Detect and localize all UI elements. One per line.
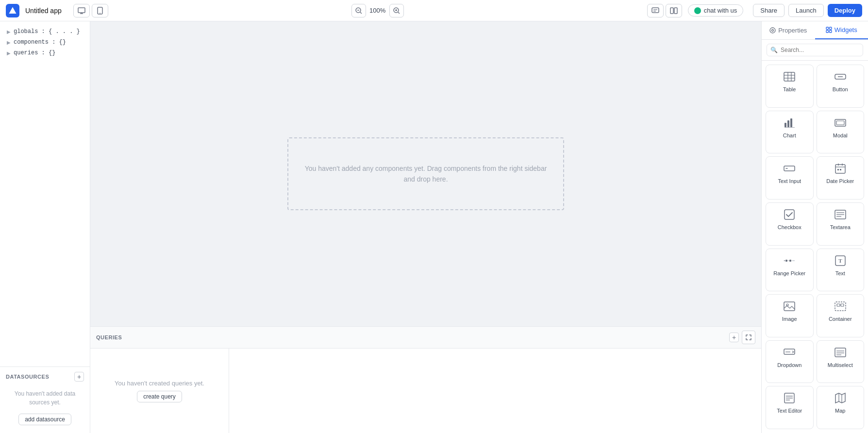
view-toggles (73, 4, 108, 17)
datasources-empty-text: You haven't added data sources yet. (6, 385, 84, 411)
svg-rect-24 (784, 72, 795, 81)
split-preview-btn[interactable] (666, 4, 682, 17)
widget-text[interactable]: T Text (817, 249, 865, 292)
svg-rect-32 (787, 120, 789, 127)
chat-btn[interactable]: chat with us (688, 4, 744, 17)
queries-body: You haven't created queries yet. create … (90, 349, 761, 433)
queries-header: QUERIES + (90, 327, 761, 349)
desktop-view-btn[interactable] (73, 4, 90, 17)
mobile-view-btn[interactable] (92, 4, 108, 17)
zoom-controls: 100% (351, 4, 404, 17)
tree-arrow-globals: ▶ (7, 29, 11, 34)
deploy-btn[interactable]: Deploy (828, 4, 862, 17)
widget-textarea[interactable]: Textarea (817, 202, 865, 246)
tree-label-components: components : {} (14, 39, 66, 46)
widget-checkbox[interactable]: Checkbox (766, 202, 814, 246)
right-search: 🔍 (762, 40, 868, 61)
widget-date-picker-label: Date Picker (826, 178, 854, 184)
expand-queries-btn[interactable] (742, 331, 755, 344)
zoom-value: 100% (368, 7, 387, 14)
tree-label-queries: queries : {} (14, 50, 55, 56)
widget-range-picker-label: Range Picker (773, 270, 805, 276)
search-wrapper: 🔍 (767, 44, 863, 56)
widget-text-editor-label: Text Editor (777, 408, 802, 414)
search-icon: 🔍 (770, 47, 778, 53)
widget-text-editor[interactable]: Text Editor (766, 386, 814, 429)
tree-arrow-queries: ▶ (7, 50, 11, 56)
add-datasource-btn[interactable]: add datasource (18, 414, 71, 425)
add-datasource-plus-btn[interactable]: + (74, 372, 84, 382)
widget-container[interactable]: Container (817, 294, 865, 337)
drop-zone[interactable]: You haven't added any components yet. Dr… (287, 137, 564, 210)
widget-table-label: Table (783, 86, 796, 92)
left-tree: ▶ globals : { . . . } ▶ components : {} … (0, 21, 90, 366)
svg-rect-13 (652, 8, 659, 13)
checkbox-icon (783, 208, 796, 221)
svg-rect-33 (790, 118, 792, 127)
launch-btn[interactable]: Launch (788, 4, 824, 17)
main-layout: ▶ globals : { . . . } ▶ components : {} … (0, 21, 868, 433)
logo-icon[interactable] (6, 4, 19, 17)
tree-arrow-components: ▶ (7, 40, 11, 45)
widget-text-input[interactable]: Text Input (766, 156, 814, 200)
widget-multiselect-label: Multiselect (828, 362, 853, 368)
canvas-top: You haven't added any components yet. Dr… (90, 21, 761, 326)
nav-actions: Share Launch Deploy (753, 4, 862, 17)
svg-point-18 (770, 28, 775, 33)
svg-point-19 (772, 30, 774, 32)
tree-item-globals[interactable]: ▶ globals : { . . . } (6, 26, 84, 37)
right-sidebar: Properties Widgets 🔍 Table (761, 21, 868, 433)
widget-textarea-label: Textarea (830, 224, 851, 230)
widget-range-picker[interactable]: Range Picker (766, 249, 814, 292)
svg-rect-17 (674, 8, 677, 14)
widget-container-label: Container (829, 316, 852, 322)
tab-properties-label: Properties (778, 27, 807, 34)
svg-rect-44 (840, 169, 841, 170)
create-query-btn[interactable]: create query (137, 391, 182, 402)
add-query-plus-btn[interactable]: + (729, 333, 739, 342)
svg-marker-0 (9, 7, 17, 14)
svg-rect-16 (670, 8, 673, 14)
tab-properties[interactable]: Properties (762, 21, 815, 39)
svg-rect-58 (835, 302, 846, 311)
svg-line-8 (360, 12, 362, 14)
drop-zone-text: You haven't added any components yet. Dr… (305, 163, 547, 185)
widget-dropdown-label: Dropdown (777, 362, 801, 368)
svg-rect-63 (835, 348, 846, 357)
svg-rect-22 (826, 31, 829, 33)
svg-rect-36 (836, 121, 844, 125)
zoom-in-btn[interactable] (389, 4, 404, 17)
widget-dropdown[interactable]: Dropdown (766, 340, 814, 383)
right-tabs: Properties Widgets (762, 21, 868, 40)
svg-point-52 (785, 259, 788, 262)
canvas-area: You haven't added any components yet. Dr… (90, 21, 761, 433)
widget-button-label: Button (833, 86, 848, 92)
search-input[interactable] (767, 44, 863, 56)
tree-item-queries[interactable]: ▶ queries : {} (6, 48, 84, 58)
widget-chart[interactable]: Chart (766, 111, 814, 154)
tree-label-globals: globals : { . . . } (14, 28, 80, 35)
widget-multiselect[interactable]: Multiselect (817, 340, 865, 383)
comment-preview-btn[interactable] (647, 4, 664, 17)
svg-rect-23 (829, 31, 832, 33)
zoom-out-btn[interactable] (351, 4, 366, 17)
widget-button[interactable]: Button (817, 65, 865, 108)
svg-rect-60 (841, 304, 844, 306)
widget-date-picker[interactable]: Date Picker (817, 156, 865, 200)
queries-list: You haven't created queries yet. create … (90, 349, 229, 433)
svg-line-12 (398, 12, 400, 14)
container-icon (834, 300, 847, 313)
widget-checkbox-label: Checkbox (778, 224, 801, 230)
tab-widgets[interactable]: Widgets (815, 21, 868, 39)
widget-modal[interactable]: Modal (817, 111, 865, 154)
widget-map[interactable]: Map (817, 386, 865, 429)
datasources-title: DATASOURCES (6, 374, 49, 380)
widget-modal-label: Modal (833, 133, 848, 138)
text-input-icon (783, 162, 796, 175)
widget-image[interactable]: Image (766, 294, 814, 337)
share-btn[interactable]: Share (753, 4, 785, 17)
tree-item-components[interactable]: ▶ components : {} (6, 37, 84, 48)
svg-rect-59 (837, 304, 840, 306)
widget-table[interactable]: Table (766, 65, 814, 108)
widget-text-label: Text (835, 270, 845, 276)
